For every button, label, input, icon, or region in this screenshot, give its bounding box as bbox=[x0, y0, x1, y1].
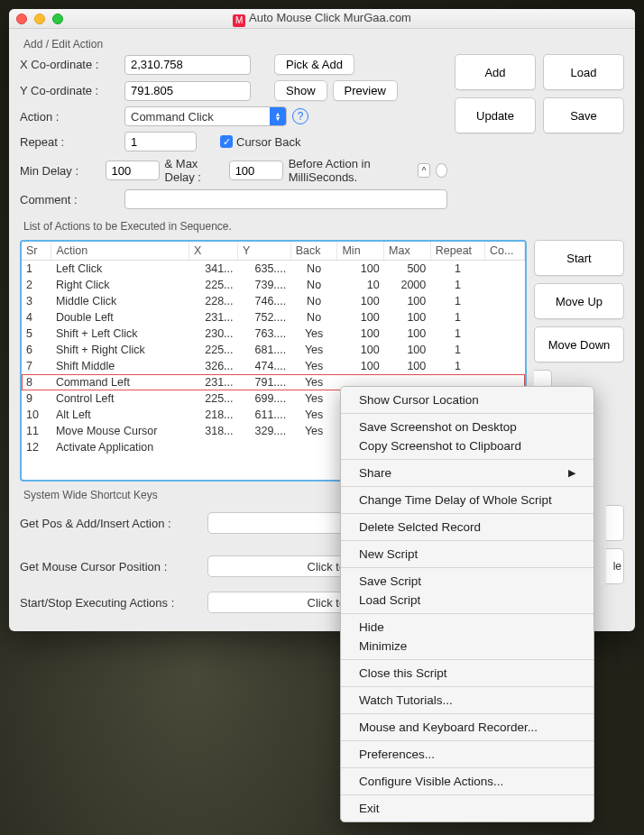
action-select[interactable]: Command Click ▲▼ bbox=[124, 106, 287, 126]
x-coord-label: X Co-ordinate : bbox=[20, 58, 119, 71]
traffic-lights bbox=[16, 14, 63, 24]
menu-separator bbox=[341, 659, 593, 660]
min-delay-label: Min Delay : bbox=[20, 164, 100, 178]
menu-separator bbox=[341, 767, 593, 768]
radio-indicator[interactable] bbox=[436, 163, 447, 178]
save-button[interactable]: Save bbox=[543, 97, 624, 133]
menu-item-label: Hide bbox=[359, 620, 384, 634]
update-button[interactable]: Update bbox=[455, 97, 536, 133]
table-row[interactable]: 5Shift + Left Click230...763....Yes10010… bbox=[22, 326, 525, 342]
menu-item-label: Delete Selcted Record bbox=[359, 520, 481, 534]
menu-item[interactable]: Minimize bbox=[341, 637, 593, 656]
menu-item[interactable]: Hide bbox=[341, 618, 593, 637]
table-row[interactable]: 1Left Click341...635....No1005001 bbox=[22, 261, 525, 278]
close-icon[interactable] bbox=[16, 14, 27, 24]
titlebar[interactable]: MAuto Mouse Click MurGaa.com bbox=[9, 9, 635, 29]
menu-item[interactable]: Preferences... bbox=[341, 745, 593, 764]
menu-item[interactable]: Load Script bbox=[341, 591, 593, 610]
cursor-back-checkbox[interactable]: ✓ Cursor Back bbox=[220, 135, 301, 149]
disclosure-button[interactable]: ^ bbox=[418, 163, 429, 178]
table-row[interactable]: 3Middle Click228...746....No1001001 bbox=[22, 293, 525, 309]
window-title-text: Auto Mouse Click MurGaa.com bbox=[249, 11, 411, 24]
cursor-back-label: Cursor Back bbox=[236, 135, 301, 149]
menu-item[interactable]: Save Screenshot on Desktop bbox=[341, 418, 593, 436]
menu-separator bbox=[341, 713, 593, 714]
menu-separator bbox=[341, 486, 593, 487]
help-icon[interactable]: ? bbox=[292, 108, 308, 124]
partial-button-4[interactable]: le bbox=[606, 548, 624, 584]
column-header[interactable]: Min bbox=[337, 242, 384, 261]
zoom-icon[interactable] bbox=[52, 14, 63, 24]
max-delay-label: & Max Delay : bbox=[165, 157, 224, 184]
menu-item[interactable]: Save Script bbox=[341, 572, 593, 591]
menu-item-label: Share bbox=[359, 466, 391, 480]
menu-separator bbox=[341, 567, 593, 568]
menu-item-label: Minimize bbox=[359, 639, 407, 653]
column-header[interactable]: Max bbox=[384, 242, 431, 261]
x-coord-input[interactable] bbox=[124, 55, 251, 75]
y-coord-label: Y Co-ordinate : bbox=[20, 84, 119, 97]
app-icon: M bbox=[233, 14, 245, 27]
column-header[interactable]: X bbox=[189, 242, 238, 261]
move-down-button[interactable]: Move Down bbox=[534, 326, 624, 362]
add-edit-section-label: Add / Edit Action bbox=[23, 38, 624, 50]
y-coord-input[interactable] bbox=[124, 81, 251, 101]
partial-button-3[interactable] bbox=[606, 505, 624, 541]
menu-item[interactable]: Change Time Delay of Whole Script bbox=[341, 491, 593, 509]
preview-button[interactable]: Preview bbox=[333, 80, 398, 101]
move-up-button[interactable]: Move Up bbox=[534, 283, 624, 319]
menu-item[interactable]: Configure Visible Actions... bbox=[341, 772, 593, 791]
repeat-label: Repeat : bbox=[20, 135, 119, 149]
column-header[interactable]: Y bbox=[238, 242, 291, 261]
column-header[interactable]: Repeat bbox=[430, 242, 484, 261]
menu-item-label: Exit bbox=[359, 802, 380, 815]
table-row[interactable]: 4Double Left231...752....No1001001 bbox=[22, 309, 525, 326]
menu-separator bbox=[341, 513, 593, 514]
menu-separator bbox=[341, 686, 593, 687]
menu-item[interactable]: Delete Selcted Record bbox=[341, 518, 593, 537]
show-button[interactable]: Show bbox=[274, 80, 327, 101]
menu-separator bbox=[341, 413, 593, 414]
menu-separator bbox=[341, 459, 593, 460]
menu-item-label: Change Time Delay of Whole Script bbox=[359, 493, 552, 507]
menu-item[interactable]: New Script bbox=[341, 545, 593, 564]
min-delay-input[interactable] bbox=[106, 161, 160, 180]
menu-separator bbox=[341, 794, 593, 795]
column-header[interactable]: Action bbox=[51, 242, 189, 261]
table-row[interactable]: 7Shift Middle326...474....Yes1001001 bbox=[22, 358, 525, 374]
load-button[interactable]: Load bbox=[543, 54, 624, 90]
action-label: Action : bbox=[20, 110, 119, 124]
pick-add-button[interactable]: Pick & Add bbox=[274, 54, 354, 75]
menu-item[interactable]: Close this Script bbox=[341, 664, 593, 683]
menu-item-label: Configure Visible Actions... bbox=[359, 775, 503, 788]
checkmark-icon: ✓ bbox=[220, 135, 233, 148]
menu-item[interactable]: Exit bbox=[341, 799, 593, 818]
column-header[interactable]: Back bbox=[290, 242, 337, 261]
menu-separator bbox=[341, 613, 593, 614]
add-button[interactable]: Add bbox=[455, 54, 536, 90]
get-mouse-label: Get Mouse Cursor Position : bbox=[20, 560, 200, 573]
chevron-updown-icon: ▲▼ bbox=[270, 107, 286, 125]
comment-input[interactable] bbox=[124, 189, 447, 209]
window-title: MAuto Mouse Click MurGaa.com bbox=[9, 11, 635, 27]
menu-item-label: Watch Tutorials... bbox=[359, 693, 453, 707]
menu-separator bbox=[341, 740, 593, 741]
max-delay-input[interactable] bbox=[229, 161, 283, 180]
column-header[interactable]: Sr bbox=[22, 242, 51, 261]
menu-item-label: Preferences... bbox=[359, 748, 435, 761]
menu-item[interactable]: Share▶ bbox=[341, 463, 593, 482]
menu-item[interactable]: Copy Screenshot to Clipboard bbox=[341, 436, 593, 455]
get-pos-label: Get Pos & Add/Insert Action : bbox=[20, 517, 200, 530]
table-row[interactable]: 2Right Click225...739....No1020001 bbox=[22, 277, 525, 293]
minimize-icon[interactable] bbox=[34, 14, 45, 24]
table-row[interactable]: 6Shift + Right Click225...681....Yes1001… bbox=[22, 342, 525, 358]
column-header[interactable]: Co... bbox=[485, 242, 525, 261]
context-menu[interactable]: Show Cursor LocationSave Screenshot on D… bbox=[340, 386, 594, 822]
menu-item[interactable]: Show Cursor Location bbox=[341, 390, 593, 409]
repeat-input[interactable] bbox=[124, 132, 197, 151]
list-section-label: List of Actions to be Executed in Sequen… bbox=[23, 220, 624, 233]
chevron-right-icon: ▶ bbox=[568, 467, 575, 479]
menu-item[interactable]: Mouse and Keyboard Recorder... bbox=[341, 718, 593, 737]
start-button[interactable]: Start bbox=[534, 240, 624, 276]
menu-item[interactable]: Watch Tutorials... bbox=[341, 691, 593, 710]
